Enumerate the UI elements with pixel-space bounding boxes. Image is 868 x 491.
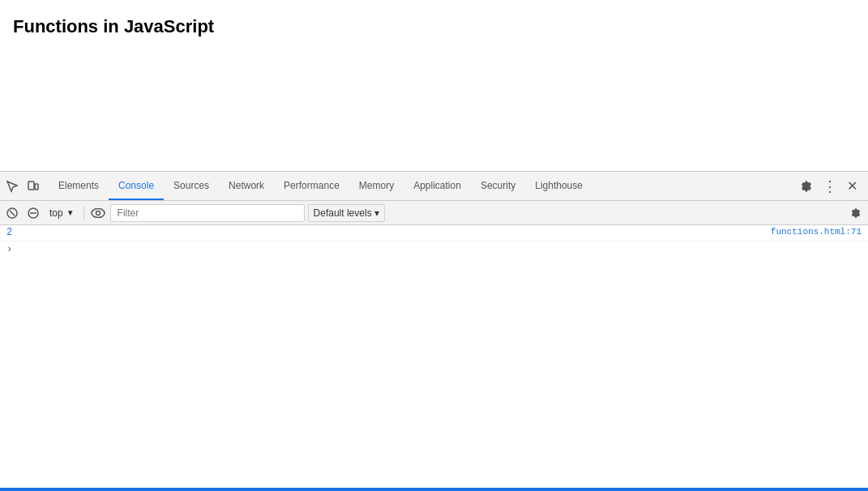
settings-icon[interactable]	[797, 177, 816, 196]
context-dropdown-icon: ▼	[66, 208, 75, 217]
tab-lighthouse[interactable]: Lighthouse	[525, 172, 592, 200]
page-content: Functions in JavaScript	[0, 0, 868, 170]
console-line: 2 functions.html:71	[0, 225, 868, 241]
devtools-panel: Elements Console Sources Network Perform…	[0, 171, 868, 491]
tab-sources[interactable]: Sources	[164, 172, 219, 200]
log-levels-label: Default levels ▾	[314, 207, 379, 219]
tab-memory[interactable]: Memory	[349, 172, 404, 200]
console-line-number: 2	[6, 227, 23, 238]
clear-console-icon[interactable]	[3, 204, 21, 222]
console-prompt-line[interactable]: ›	[0, 241, 868, 258]
more-options-icon[interactable]: ⋮	[819, 177, 839, 196]
block-icon[interactable]	[24, 204, 42, 222]
console-output: 2 functions.html:71 ›	[0, 225, 868, 491]
console-toolbar: top ▼ Default levels ▾	[0, 201, 868, 225]
device-toolbar-icon[interactable]	[24, 177, 42, 195]
filter-input[interactable]	[110, 204, 305, 222]
close-devtools-icon[interactable]: ✕	[842, 177, 862, 196]
svg-line-3	[10, 211, 15, 216]
svg-rect-1	[35, 184, 38, 190]
toolbar-divider	[83, 206, 84, 220]
svg-point-7	[96, 211, 100, 215]
svg-point-6	[92, 208, 105, 217]
tab-application[interactable]: Application	[404, 172, 471, 200]
tab-elements[interactable]: Elements	[49, 172, 109, 200]
context-value: top	[49, 207, 63, 219]
devtools-right-icons: ⋮ ✕	[797, 177, 865, 196]
bottom-bar	[0, 488, 868, 491]
svg-rect-0	[28, 181, 34, 190]
tab-network[interactable]: Network	[219, 172, 274, 200]
tab-security[interactable]: Security	[471, 172, 525, 200]
page-title: Functions in JavaScript	[13, 16, 855, 37]
console-line-source[interactable]: functions.html:71	[764, 227, 862, 237]
context-selector[interactable]: top ▼	[45, 204, 79, 222]
live-expressions-icon[interactable]	[89, 204, 107, 222]
tab-performance[interactable]: Performance	[274, 172, 349, 200]
log-levels-dropdown[interactable]: Default levels ▾	[308, 204, 385, 222]
inspect-element-icon[interactable]	[3, 177, 21, 195]
devtools-tab-bar: Elements Console Sources Network Perform…	[0, 172, 868, 201]
console-caret: ›	[6, 244, 12, 255]
devtools-tabs: Elements Console Sources Network Perform…	[49, 172, 797, 200]
console-settings-icon[interactable]	[847, 204, 865, 222]
devtools-left-icons	[3, 177, 42, 195]
tab-console[interactable]: Console	[109, 172, 164, 200]
